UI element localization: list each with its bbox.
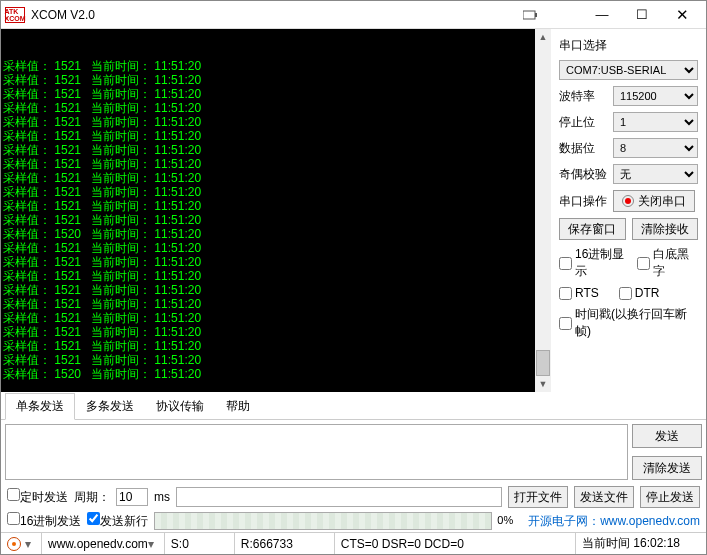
- record-icon: [622, 195, 634, 207]
- timestamp-checkbox[interactable]: 时间戳(以换行回车断帧): [559, 306, 698, 340]
- tab-single-send[interactable]: 单条发送: [5, 393, 75, 420]
- status-time: 当前时间 16:02:18: [576, 533, 706, 554]
- terminal-output[interactable]: 采样值： 1521 当前时间： 11:51:20 采样值： 1521 当前时间：…: [1, 29, 551, 392]
- baud-label: 波特率: [559, 88, 607, 105]
- progress-bar: 0%: [154, 512, 492, 530]
- stop-label: 停止位: [559, 114, 607, 131]
- parity-select[interactable]: 无: [613, 164, 698, 184]
- white-bg-checkbox[interactable]: 白底黑字: [637, 246, 698, 280]
- tabs: 单条发送 多条发送 协议传输 帮助: [1, 392, 706, 420]
- status-recv: R:666733: [235, 533, 335, 554]
- svg-rect-1: [535, 13, 537, 17]
- stop-send-button[interactable]: 停止发送: [640, 486, 700, 508]
- hex-display-checkbox[interactable]: 16进制显示: [559, 246, 633, 280]
- stop-select[interactable]: 1: [613, 112, 698, 132]
- status-sent: S:0: [165, 533, 235, 554]
- dtr-checkbox[interactable]: DTR: [619, 286, 660, 300]
- send-newline-checkbox[interactable]: 发送新行: [87, 512, 148, 530]
- save-window-button[interactable]: 保存窗口: [559, 218, 626, 240]
- period-label: 周期：: [74, 489, 110, 506]
- titlebar: ATK XCOM XCOM V2.0 — ☐ ✕: [1, 1, 706, 29]
- save-icon[interactable]: [7, 537, 21, 551]
- side-panel: 串口选择 COM7:USB-SERIAL 波特率115200 停止位1 数据位8…: [551, 29, 706, 392]
- status-signals: CTS=0 DSR=0 DCD=0: [335, 533, 576, 554]
- hex-send-checkbox[interactable]: 16进制发送: [7, 512, 81, 530]
- clear-recv-button[interactable]: 清除接收: [632, 218, 699, 240]
- close-button[interactable]: ✕: [662, 4, 702, 26]
- timed-send-checkbox[interactable]: 定时发送: [7, 488, 68, 506]
- send-textarea[interactable]: [5, 424, 628, 480]
- battery-icon: [522, 8, 540, 22]
- send-button[interactable]: 发送: [632, 424, 702, 448]
- terminal-scrollbar[interactable]: ▲ ▼: [535, 29, 551, 392]
- op-label: 串口操作: [559, 193, 607, 210]
- progress-pct: 0%: [497, 514, 513, 526]
- file-path-input[interactable]: [176, 487, 502, 507]
- window-title: XCOM V2.0: [31, 8, 520, 22]
- website-link[interactable]: 开源电子网：www.openedv.com: [528, 513, 700, 530]
- send-file-button[interactable]: 发送文件: [574, 486, 634, 508]
- tab-protocol[interactable]: 协议传输: [145, 393, 215, 420]
- status-url[interactable]: www.openedv.com: [48, 537, 148, 551]
- tab-help[interactable]: 帮助: [215, 393, 261, 420]
- app-logo-icon: ATK XCOM: [5, 7, 25, 23]
- status-bar: ▾ www.openedv.com▾ S:0 R:666733 CTS=0 DS…: [1, 532, 706, 554]
- scroll-up-icon[interactable]: ▲: [535, 29, 551, 45]
- period-input[interactable]: [116, 488, 148, 506]
- baud-select[interactable]: 115200: [613, 86, 698, 106]
- parity-label: 奇偶校验: [559, 166, 607, 183]
- close-port-button[interactable]: 关闭串口: [613, 190, 695, 212]
- rts-checkbox[interactable]: RTS: [559, 286, 599, 300]
- data-label: 数据位: [559, 140, 607, 157]
- open-file-button[interactable]: 打开文件: [508, 486, 568, 508]
- minimize-button[interactable]: —: [582, 4, 622, 26]
- data-select[interactable]: 8: [613, 138, 698, 158]
- maximize-button[interactable]: ☐: [622, 4, 662, 26]
- port-select[interactable]: COM7:USB-SERIAL: [559, 60, 698, 80]
- tab-multi-send[interactable]: 多条发送: [75, 393, 145, 420]
- clear-send-button[interactable]: 清除发送: [632, 456, 702, 480]
- scroll-down-icon[interactable]: ▼: [535, 376, 551, 392]
- port-label: 串口选择: [559, 37, 698, 54]
- period-unit: ms: [154, 490, 170, 504]
- scroll-thumb[interactable]: [536, 350, 550, 376]
- svg-rect-0: [523, 11, 535, 19]
